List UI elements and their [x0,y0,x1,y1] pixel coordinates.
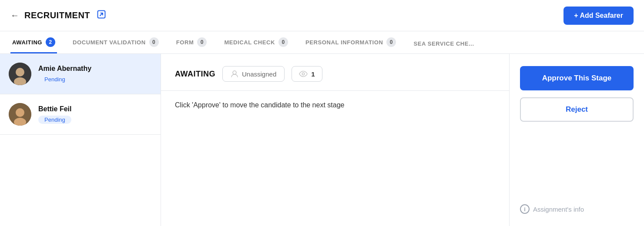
tab-awaiting-label: AWAITING [12,39,42,46]
viewers-box[interactable]: 1 [292,66,322,82]
back-button[interactable]: ← [10,10,19,20]
action-panel: Approve This Stage Reject i Assignment's… [509,54,644,226]
candidate-info-1: Amie Abernathy Pending [38,65,91,83]
main-content: Amie Abernathy Pending Bettie Feil Pendi… [0,54,644,226]
header-left: ← RECRUITMENT [10,10,106,21]
viewers-count: 1 [311,70,315,78]
assignment-info[interactable]: i Assignment's info [520,204,634,214]
detail-message: Click 'Approve' to move the candidate to… [161,91,509,120]
page-title: RECRUITMENT [24,10,90,20]
candidate-info-2: Bettie Feil Pending [38,105,71,124]
svg-point-7 [233,71,236,74]
candidate-item-1[interactable]: Amie Abernathy Pending [0,54,161,94]
tab-personal-information[interactable]: PERSONAL INFORMATION 0 [304,37,398,53]
external-link-icon[interactable] [97,10,106,21]
header: ← RECRUITMENT + Add Seafarer [0,0,644,31]
tabs-bar: AWAITING 2 DOCUMENT VALIDATION 0 FORM 0 … [0,31,644,54]
eye-icon [299,70,308,78]
tab-medical-check[interactable]: MEDICAL CHECK 0 [222,37,290,53]
candidate-status-2: Pending [38,116,71,124]
candidate-name-1: Amie Abernathy [38,65,91,73]
tab-personal-information-label: PERSONAL INFORMATION [305,39,383,46]
tab-form-label: FORM [176,39,194,46]
candidate-item-2[interactable]: Bettie Feil Pending [0,94,161,135]
svg-point-5 [16,108,24,117]
svg-point-8 [302,73,304,75]
svg-point-2 [16,68,24,76]
avatar-1 [9,63,31,85]
tab-document-validation-badge: 0 [149,37,159,47]
tab-sea-service-check-label: SEA SERVICE CHE... [413,40,474,47]
tab-personal-information-badge: 0 [386,37,396,47]
assignee-selector[interactable]: Unassigned [222,66,285,82]
tab-medical-check-badge: 0 [278,37,288,47]
reject-button[interactable]: Reject [520,97,634,122]
assignee-label: Unassigned [242,70,276,78]
detail-panel: AWAITING Unassigned 1 Click 'Approve' to… [161,54,509,226]
add-seafarer-button[interactable]: + Add Seafarer [564,7,634,25]
tab-form[interactable]: FORM 0 [174,37,209,53]
info-icon: i [520,204,530,214]
avatar-2 [9,103,31,126]
person-icon [231,70,238,78]
tab-awaiting-badge: 2 [46,37,55,47]
approve-button[interactable]: Approve This Stage [520,66,634,90]
tab-form-badge: 0 [197,37,207,47]
tab-medical-check-label: MEDICAL CHECK [224,39,275,46]
assignment-info-label: Assignment's info [533,206,584,213]
message-text: Click 'Approve' to move the candidate to… [175,101,344,109]
tab-document-validation-label: DOCUMENT VALIDATION [73,39,146,46]
tab-document-validation[interactable]: DOCUMENT VALIDATION 0 [71,37,161,53]
candidate-name-2: Bettie Feil [38,105,71,113]
tab-sea-service-check[interactable]: SEA SERVICE CHE... [412,40,476,53]
tab-awaiting[interactable]: AWAITING 2 [10,37,57,53]
candidate-status-1: Pending [38,75,91,83]
candidates-sidebar: Amie Abernathy Pending Bettie Feil Pendi… [0,54,161,226]
stage-label: AWAITING [175,70,215,79]
stage-row: AWAITING Unassigned 1 [161,54,509,91]
